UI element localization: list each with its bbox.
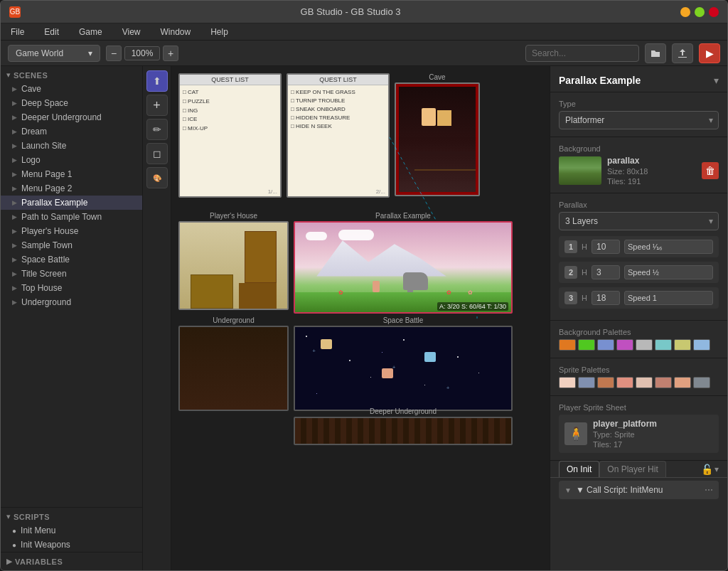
select-tool[interactable]: ⬆ bbox=[146, 70, 168, 92]
scene-space-battle[interactable]: Space Battle bbox=[294, 316, 513, 411]
bg-palette-5[interactable] bbox=[636, 339, 653, 351]
parallax-select[interactable]: 3 Layers bbox=[559, 212, 719, 230]
scene-players-house[interactable]: Player's House bbox=[178, 212, 289, 310]
sidebar-item-launch-site[interactable]: ▶ Launch Site bbox=[1, 139, 142, 153]
sidebar-item-label: Menu Page 2 bbox=[21, 183, 72, 193]
folder-button[interactable] bbox=[645, 43, 666, 63]
player-sheet-name: player_platform bbox=[593, 419, 657, 429]
arrow-icon: ▶ bbox=[12, 213, 17, 220]
world-dropdown[interactable]: Game World bbox=[8, 45, 100, 62]
sidebar-item-sample-town[interactable]: ▶ Sample Town bbox=[1, 238, 142, 252]
minimize-button[interactable] bbox=[680, 7, 690, 17]
scene-parallax-example[interactable]: Parallax Example bbox=[294, 212, 513, 314]
close-button[interactable] bbox=[709, 7, 719, 17]
event-more-icon[interactable]: ▾ bbox=[714, 464, 719, 474]
palette-tool[interactable]: 🎨 bbox=[146, 167, 168, 188]
sidebar-item-label: Deep Space bbox=[21, 98, 68, 108]
scene-quest1[interactable]: QUEST LIST □ CAT □ PUZZLE □ ING □ ICE □ … bbox=[178, 73, 282, 198]
scripts-section-header[interactable]: ▾ SCRIPTS bbox=[1, 507, 142, 523]
sprite-palette-5[interactable] bbox=[636, 377, 653, 388]
type-select[interactable]: Platformer bbox=[559, 111, 719, 129]
sidebar-item-path-to-sample-town[interactable]: ▶ Path to Sample Town bbox=[1, 210, 142, 224]
sidebar-item-space-battle[interactable]: ▶ Space Battle bbox=[1, 252, 142, 267]
arrow-icon: ▶ bbox=[12, 85, 17, 92]
sprite-palette-4[interactable] bbox=[616, 377, 633, 388]
sprite-palette-3[interactable] bbox=[597, 377, 614, 388]
layer-2-speed-select[interactable]: Speed ¹⁄₁₆ Speed ⅛ Speed ¼ Speed ½ Speed… bbox=[624, 265, 713, 279]
tab-on-player-hit[interactable]: On Player Hit bbox=[599, 461, 665, 477]
tab-on-init[interactable]: On Init bbox=[559, 461, 599, 477]
menu-window[interactable]: Window bbox=[156, 26, 196, 38]
scenes-section-header[interactable]: ▾ SCENES bbox=[1, 66, 142, 82]
sprite-palette-7[interactable] bbox=[674, 377, 691, 388]
sprite-palette-2[interactable] bbox=[578, 377, 595, 388]
sidebar-item-underground[interactable]: ▶ Underground bbox=[1, 295, 142, 309]
sidebar-item-deeper-underground[interactable]: ▶ Deeper Underground bbox=[1, 110, 142, 124]
play-button[interactable]: ▶ bbox=[699, 43, 720, 63]
script-item-init-weapons[interactable]: ● Init Weapons bbox=[1, 538, 142, 552]
script-item-init-menu[interactable]: ● Init Menu bbox=[1, 523, 142, 538]
sprite-palette-1[interactable] bbox=[559, 377, 576, 388]
scene-quest2[interactable]: QUEST LIST □ KEEP ON THE GRASS □ TURNIP … bbox=[287, 73, 390, 198]
search-input[interactable] bbox=[525, 45, 639, 62]
layer-3-speed-select[interactable]: Speed ¹⁄₁₆ Speed ⅛ Speed ¼ Speed ½ Speed… bbox=[624, 291, 713, 305]
scene-deeper-underground[interactable]: Deeper Underground bbox=[294, 407, 513, 445]
panel-more-icon[interactable]: ▾ bbox=[714, 75, 719, 86]
export-button[interactable] bbox=[672, 43, 693, 63]
menu-help[interactable]: Help bbox=[206, 26, 232, 38]
scene-underground[interactable]: Underground bbox=[178, 316, 289, 411]
player-sheet-info: player_platform Type: Sprite Tiles: 17 bbox=[593, 419, 657, 449]
layer-1-speed-select[interactable]: Speed ¹⁄₁₆ Speed ⅛ Speed ¼ Speed ½ Speed… bbox=[624, 240, 713, 254]
bg-palette-8[interactable] bbox=[693, 339, 710, 351]
variables-section-header[interactable]: ▶ VARIABLES bbox=[1, 552, 142, 570]
zoom-in-button[interactable]: + bbox=[163, 46, 178, 61]
bg-palette-2[interactable] bbox=[578, 339, 595, 351]
canvas-area[interactable]: ⬆ + ✏ ◻ 🎨 QUEST bbox=[143, 66, 550, 570]
menu-edit[interactable]: Edit bbox=[40, 26, 63, 38]
menu-game[interactable]: Game bbox=[75, 26, 107, 38]
sprite-palette-6[interactable] bbox=[655, 377, 672, 388]
panel-header: Parallax Example ▾ bbox=[550, 66, 727, 92]
layer-2-h-input[interactable] bbox=[592, 265, 620, 279]
lock-icon: 🔓 bbox=[701, 464, 713, 475]
zoom-out-button[interactable]: − bbox=[106, 46, 122, 61]
event-block-label: ▼ Call Script: InitMenu bbox=[576, 485, 663, 495]
event-call-script[interactable]: ▼ ▼ Call Script: InitMenu ⋯ bbox=[559, 481, 719, 499]
menu-file[interactable]: File bbox=[6, 26, 28, 38]
erase-tool[interactable]: ◻ bbox=[146, 143, 168, 164]
players-house-label: Player's House bbox=[178, 212, 289, 220]
script-icon: ● bbox=[12, 541, 16, 549]
scene-cave[interactable]: Cave bbox=[395, 73, 480, 196]
layer-3-h-input[interactable] bbox=[592, 291, 620, 305]
bg-palette-1[interactable] bbox=[559, 339, 576, 351]
background-info: parallax Size: 80x18 Tiles: 191 bbox=[607, 156, 648, 186]
layer-1-h-input[interactable] bbox=[592, 240, 620, 254]
sidebar-item-parallax-example[interactable]: ▶ Parallax Example bbox=[1, 196, 142, 210]
event-block-more-icon[interactable]: ⋯ bbox=[705, 485, 713, 495]
sidebar-item-top-house[interactable]: ▶ Top House bbox=[1, 281, 142, 295]
sidebar-item-players-house[interactable]: ▶ Player's House bbox=[1, 224, 142, 238]
sidebar-item-deep-space[interactable]: ▶ Deep Space bbox=[1, 96, 142, 110]
sidebar-item-menu-page-1[interactable]: ▶ Menu Page 1 bbox=[1, 167, 142, 181]
bg-palette-6[interactable] bbox=[655, 339, 672, 351]
sidebar-item-dream[interactable]: ▶ Dream bbox=[1, 124, 142, 139]
sidebar-item-title-screen[interactable]: ▶ Title Screen bbox=[1, 267, 142, 281]
sidebar-item-label: Parallax Example bbox=[21, 198, 87, 208]
maximize-button[interactable] bbox=[695, 7, 705, 17]
sidebar-item-logo[interactable]: ▶ Logo bbox=[1, 153, 142, 167]
zoom-controls: − 100% + bbox=[106, 46, 178, 61]
sprite-palette-8[interactable] bbox=[693, 377, 710, 388]
menu-view[interactable]: View bbox=[118, 26, 145, 38]
arrow-icon: ▶ bbox=[12, 284, 17, 292]
add-tool[interactable]: + bbox=[146, 95, 168, 116]
canvas-viewport[interactable]: QUEST LIST □ CAT □ PUZZLE □ ING □ ICE □ … bbox=[171, 66, 550, 570]
bg-palette-7[interactable] bbox=[674, 339, 691, 351]
sidebar-item-cave[interactable]: ▶ Cave bbox=[1, 82, 142, 96]
background-delete-button[interactable]: 🗑 bbox=[702, 162, 719, 179]
paint-tool[interactable]: ✏ bbox=[146, 119, 168, 140]
bg-palette-3[interactable] bbox=[597, 339, 614, 351]
scenes-collapse-icon: ▾ bbox=[6, 70, 11, 80]
lock-button[interactable]: 🔓 bbox=[701, 464, 713, 475]
sidebar-item-menu-page-2[interactable]: ▶ Menu Page 2 bbox=[1, 181, 142, 196]
bg-palette-4[interactable] bbox=[616, 339, 633, 351]
